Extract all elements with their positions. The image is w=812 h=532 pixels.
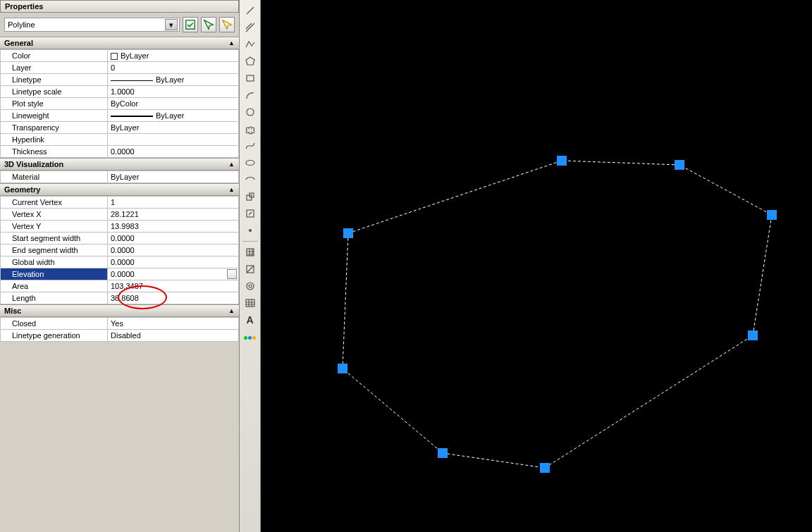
polyline-tool[interactable] <box>242 37 258 52</box>
prop-value-area: 103.3487 <box>108 280 239 292</box>
prop-value-plotstyle[interactable]: ByColor <box>108 98 239 110</box>
prop-value-global-width[interactable]: 0.0000 <box>108 256 239 268</box>
prop-value-linetype[interactable]: ByLayer <box>108 74 239 86</box>
prop-label: Layer <box>1 62 108 74</box>
prop-label: Elevation <box>1 268 108 280</box>
prop-label: Start segment width <box>1 233 108 245</box>
svg-rect-5 <box>247 75 254 81</box>
svg-point-15 <box>249 285 252 287</box>
row-hyperlink: Hyperlink <box>1 134 239 146</box>
prop-value-elevation[interactable]: 0.0000 <box>108 268 239 280</box>
row-elevation: Elevation 0.0000 <box>1 268 239 280</box>
rectangle-tool[interactable] <box>242 70 258 86</box>
prop-label: Closed <box>1 318 108 330</box>
polygon-tool[interactable] <box>242 54 258 69</box>
prop-value-ltscale[interactable]: 1.0000 <box>108 86 239 98</box>
prop-value-lineweight[interactable]: ByLayer <box>108 110 239 122</box>
line-tool[interactable] <box>242 3 258 18</box>
prop-value-hyperlink[interactable] <box>108 134 239 146</box>
chevron-down-icon[interactable]: ▾ <box>165 19 178 30</box>
hatch-tool[interactable] <box>242 245 258 260</box>
row-global-width: Global width 0.0000 <box>1 256 239 268</box>
construction-line-tool[interactable] <box>242 20 258 35</box>
prop-label: Vertex X <box>1 209 108 221</box>
row-layer: Layer 0 <box>1 62 239 74</box>
general-table: Color ByLayer Layer 0 Linetype ByLayer L… <box>0 49 239 158</box>
point-tool[interactable] <box>242 223 258 238</box>
prop-value-current-vertex[interactable]: 1 <box>108 197 239 209</box>
prop-value-material[interactable]: ByLayer <box>108 171 239 183</box>
prop-value-ltgen[interactable]: Disabled <box>108 330 239 342</box>
geometry-table: Current Vertex 1 Vertex X 28.1221 Vertex… <box>0 196 239 304</box>
block-insert-tool[interactable] <box>242 189 258 204</box>
prop-label: Area <box>1 280 108 292</box>
object-type-select[interactable]: Polyline ▾ <box>4 18 180 32</box>
section-header-3dviz[interactable]: 3D Visualization ▲ <box>0 158 239 171</box>
prop-label: Lineweight <box>1 110 108 122</box>
add-selected-tool[interactable] <box>242 329 258 345</box>
panel-title: Properties <box>0 0 239 13</box>
section-header-geometry[interactable]: Geometry ▲ <box>0 183 239 196</box>
prop-value-color[interactable]: ByLayer <box>108 50 239 62</box>
ellipse-arc-tool[interactable] <box>242 172 258 187</box>
row-length: Length 38.8608 <box>1 292 239 304</box>
text-tool[interactable]: A <box>242 312 258 328</box>
prop-label: Material <box>1 171 108 183</box>
row-plotstyle: Plot style ByColor <box>1 98 239 110</box>
prop-value-start-seg-width[interactable]: 0.0000 <box>108 233 239 245</box>
row-vertex-y: Vertex Y 13.9983 <box>1 221 239 233</box>
gradient-tool[interactable] <box>242 261 258 277</box>
vertex-grip[interactable] <box>675 160 684 170</box>
prop-value-end-seg-width[interactable]: 0.0000 <box>108 245 239 256</box>
vertex-grip[interactable] <box>338 364 347 373</box>
vertex-grip[interactable] <box>748 330 758 340</box>
prop-value-vertex-x[interactable]: 28.1221 <box>108 209 239 221</box>
toolbar-separator <box>242 241 258 242</box>
section-header-general[interactable]: General ▲ <box>0 37 239 49</box>
select-objects-button[interactable] <box>201 17 216 32</box>
make-block-tool[interactable] <box>242 206 258 221</box>
collapse-icon: ▲ <box>228 39 235 47</box>
collapse-icon: ▲ <box>228 186 235 193</box>
prop-value-vertex-y[interactable]: 13.9983 <box>108 221 239 233</box>
vertex-grip[interactable] <box>438 448 448 458</box>
draw-toolbar: A <box>240 0 261 532</box>
vertex-grip[interactable] <box>557 156 567 166</box>
region-tool[interactable] <box>242 278 258 294</box>
svg-rect-16 <box>246 299 254 307</box>
prop-label: Global width <box>1 256 108 268</box>
prop-label: End segment width <box>1 245 108 256</box>
svg-point-6 <box>247 109 254 116</box>
prop-value-closed[interactable]: Yes <box>108 318 239 330</box>
row-current-vertex: Current Vertex 1 <box>1 197 239 209</box>
svg-line-3 <box>246 23 252 29</box>
vertex-grip[interactable] <box>540 463 550 473</box>
table-tool[interactable] <box>242 295 258 311</box>
toggle-pickadd-button[interactable] <box>219 17 235 32</box>
row-area: Area 103.3487 <box>1 280 239 292</box>
vertex-grip[interactable] <box>343 228 353 238</box>
prop-value-layer[interactable]: 0 <box>108 62 239 74</box>
properties-panel: Properties Polyline ▾ General ▲ Color By… <box>0 0 240 532</box>
prop-label: Linetype generation <box>1 330 108 342</box>
section-header-misc[interactable]: Misc ▲ <box>0 304 239 317</box>
color-swatch-icon <box>111 53 118 60</box>
prop-value-thickness[interactable]: 0.0000 <box>108 146 239 158</box>
calculator-icon[interactable] <box>227 269 237 279</box>
ellipse-tool[interactable] <box>242 155 258 171</box>
svg-line-1 <box>247 7 254 14</box>
spline-tool[interactable] <box>242 138 258 154</box>
panel-title-text: Properties <box>5 2 43 11</box>
drawing-canvas[interactable] <box>261 0 812 532</box>
status-dots-icon <box>244 336 256 340</box>
row-linetype: Linetype ByLayer <box>1 74 239 86</box>
linetype-preview-icon <box>111 80 153 81</box>
quick-select-button[interactable] <box>183 17 198 32</box>
vertex-grip[interactable] <box>767 210 777 220</box>
prop-value-transparency[interactable]: ByLayer <box>108 122 239 134</box>
arc-tool[interactable] <box>242 87 258 103</box>
revision-cloud-tool[interactable] <box>242 121 258 137</box>
lineweight-preview-icon <box>111 116 153 117</box>
circle-tool[interactable] <box>242 104 258 120</box>
row-end-seg-width: End segment width 0.0000 <box>1 245 239 256</box>
